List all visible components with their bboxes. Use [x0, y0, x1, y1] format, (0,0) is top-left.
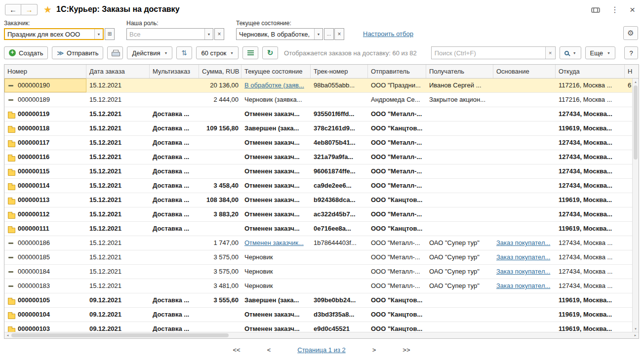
- column-header-from[interactable]: Откуда: [556, 65, 625, 78]
- table-row[interactable]: 000000114 15.12.2021 Доставка ... 3 458,…: [4, 179, 632, 193]
- list-status-text: Отображается заказов на доставку: 60 из …: [284, 49, 417, 57]
- print-button[interactable]: [107, 46, 123, 59]
- clear-icon: ×: [337, 31, 341, 37]
- table-row[interactable]: 000000183 15.12.2021 3 481,00 Черновик О…: [4, 279, 632, 293]
- basis-link[interactable]: Заказ покупател...: [496, 239, 550, 246]
- filter-role-label: Наша роль:: [126, 20, 224, 27]
- next-page-button[interactable]: >: [372, 346, 376, 354]
- state-text[interactable]: Отменен заказч...: [244, 210, 300, 218]
- table-row[interactable]: 000000115 15.12.2021 Доставка ... Отмене…: [4, 164, 632, 179]
- first-page-button[interactable]: <<: [233, 346, 241, 354]
- basis-link[interactable]: Заказ покупател...: [496, 282, 550, 289]
- state-text[interactable]: Черновик: [244, 268, 273, 275]
- search-input[interactable]: [432, 47, 545, 59]
- vertical-scrollbar-thumb[interactable]: [634, 85, 638, 160]
- table-row[interactable]: 000000190 15.12.2021 20 136,00 В обработ…: [4, 79, 632, 93]
- close-icon[interactable]: ×: [630, 5, 635, 14]
- state-input[interactable]: [237, 29, 314, 40]
- state-clear-button[interactable]: ×: [334, 28, 344, 40]
- table-row[interactable]: 000000189 15.12.2021 2 444,00 Черновик (…: [4, 93, 632, 107]
- scroll-down-icon[interactable]: ▼: [633, 325, 639, 332]
- create-button[interactable]: + Создать: [4, 46, 48, 59]
- horizontal-scrollbar[interactable]: ◄ ►: [4, 332, 639, 338]
- customer-open-button[interactable]: ⊞: [105, 28, 115, 40]
- role-input[interactable]: [127, 29, 204, 40]
- table-row[interactable]: 000000105 09.12.2021 Доставка ... 3 555,…: [4, 293, 632, 308]
- state-text[interactable]: Отменен заказч...: [244, 325, 300, 332]
- state-text[interactable]: Отменен заказч...: [244, 139, 300, 146]
- column-header-recipient[interactable]: Получатель: [426, 65, 493, 78]
- rows-count-button[interactable]: 60 строк ▼: [196, 46, 239, 59]
- column-header-basis[interactable]: Основание: [493, 65, 556, 78]
- sort-button[interactable]: ⇅: [176, 46, 192, 59]
- state-text[interactable]: Черновик: [244, 253, 273, 261]
- table-row[interactable]: 000000118 15.12.2021 Доставка ... 109 15…: [4, 121, 632, 136]
- basis-link[interactable]: Заказ покупател...: [496, 253, 550, 261]
- column-header-track[interactable]: Трек-номер: [311, 65, 368, 78]
- table-row[interactable]: 000000116 15.12.2021 Доставка ... Отмене…: [4, 150, 632, 164]
- state-text[interactable]: В обработке (заяв...: [244, 81, 304, 89]
- prev-page-button[interactable]: <: [267, 346, 271, 354]
- table-row[interactable]: 000000119 15.12.2021 Доставка ... Отмене…: [4, 107, 632, 121]
- actions-button[interactable]: Действия ▼: [127, 46, 172, 59]
- back-button[interactable]: ←: [5, 4, 21, 15]
- send-button[interactable]: ≫ Отправить: [52, 46, 103, 59]
- row-type-icon: [7, 268, 15, 276]
- table-row[interactable]: 000000103 09.12.2021 Доставка ... Отмене…: [4, 322, 632, 332]
- table-row[interactable]: 000000185 15.12.2021 3 575,00 Черновик О…: [4, 250, 632, 265]
- state-text[interactable]: Отменен заказч...: [244, 153, 300, 161]
- state-more-button[interactable]: ...: [324, 28, 334, 40]
- column-header-date[interactable]: Дата заказа: [86, 65, 150, 78]
- settings-button[interactable]: ⚙: [623, 26, 638, 40]
- scroll-up-icon[interactable]: ▲: [633, 79, 639, 85]
- forward-button[interactable]: →: [21, 4, 38, 15]
- search-options-button[interactable]: ▼: [560, 46, 581, 59]
- state-text[interactable]: Отменен заказчик...: [244, 239, 304, 246]
- state-text[interactable]: Черновик: [244, 282, 273, 289]
- menu-dots-icon[interactable]: ⋮: [611, 5, 619, 14]
- role-clear-button[interactable]: ×: [214, 28, 224, 40]
- table-row[interactable]: 000000117 15.12.2021 Доставка ... Отмене…: [4, 136, 632, 150]
- state-text[interactable]: Черновик (заявка...: [244, 96, 302, 103]
- role-dropdown-button[interactable]: ▼: [204, 29, 213, 40]
- column-header-number[interactable]: Номер: [4, 65, 86, 78]
- state-text[interactable]: Завершен (зака...: [244, 296, 299, 304]
- page-indicator-link[interactable]: Страница 1 из 2: [297, 346, 345, 354]
- table-row[interactable]: 000000111 15.12.2021 Доставка ... Отмене…: [4, 222, 632, 236]
- state-text[interactable]: Отменен заказч...: [244, 182, 300, 189]
- column-header-amount[interactable]: Сумма, RUB: [199, 65, 241, 78]
- customer-dropdown-button[interactable]: ▼: [94, 29, 103, 39]
- state-text[interactable]: Отменен заказч...: [244, 110, 300, 118]
- state-text[interactable]: Отменен заказч...: [244, 225, 300, 232]
- horizontal-scrollbar-thumb[interactable]: [11, 333, 229, 337]
- scroll-left-icon[interactable]: ◄: [4, 332, 11, 338]
- customer-input[interactable]: [5, 29, 94, 39]
- state-text[interactable]: Отменен заказч...: [244, 167, 300, 175]
- last-page-button[interactable]: >>: [402, 346, 410, 354]
- column-header-extra[interactable]: Н: [625, 65, 632, 78]
- configure-filter-link[interactable]: Настроить отбор: [363, 30, 413, 38]
- state-text[interactable]: Отменен заказч...: [244, 196, 300, 203]
- vertical-scrollbar[interactable]: ▲ ▼: [632, 79, 639, 332]
- table-row[interactable]: 000000184 15.12.2021 3 575,00 Черновик О…: [4, 265, 632, 279]
- basis-link[interactable]: Заказ покупател...: [496, 268, 550, 275]
- help-button[interactable]: ?: [624, 46, 638, 59]
- table-row[interactable]: 000000186 15.12.2021 1 747,00 Отменен за…: [4, 236, 632, 250]
- hierarchy-view-button[interactable]: [242, 46, 258, 59]
- get-link-icon[interactable]: [591, 5, 600, 13]
- more-button[interactable]: Еще ▼: [585, 46, 615, 59]
- column-header-multiorder[interactable]: Мультизаказ: [150, 65, 199, 78]
- table-row[interactable]: 000000112 15.12.2021 Доставка ... 3 883,…: [4, 207, 632, 222]
- table-row[interactable]: 000000104 09.12.2021 Доставка ... Отмене…: [4, 308, 632, 322]
- state-text[interactable]: Отменен заказч...: [244, 311, 300, 318]
- column-header-state[interactable]: Текущее состояние: [241, 65, 311, 78]
- table-row[interactable]: 000000113 15.12.2021 Доставка ... 108 38…: [4, 193, 632, 207]
- scroll-right-icon[interactable]: ►: [632, 332, 639, 338]
- column-header-sender[interactable]: Отправитель: [368, 65, 426, 78]
- search-clear-button[interactable]: ×: [545, 47, 555, 59]
- refresh-button[interactable]: ↻: [262, 46, 278, 59]
- state-text[interactable]: Завершен (зака...: [244, 124, 299, 132]
- favorite-star-icon[interactable]: ★: [43, 4, 52, 15]
- cell-basis: [493, 79, 556, 92]
- state-dropdown-button[interactable]: ▼: [314, 29, 322, 40]
